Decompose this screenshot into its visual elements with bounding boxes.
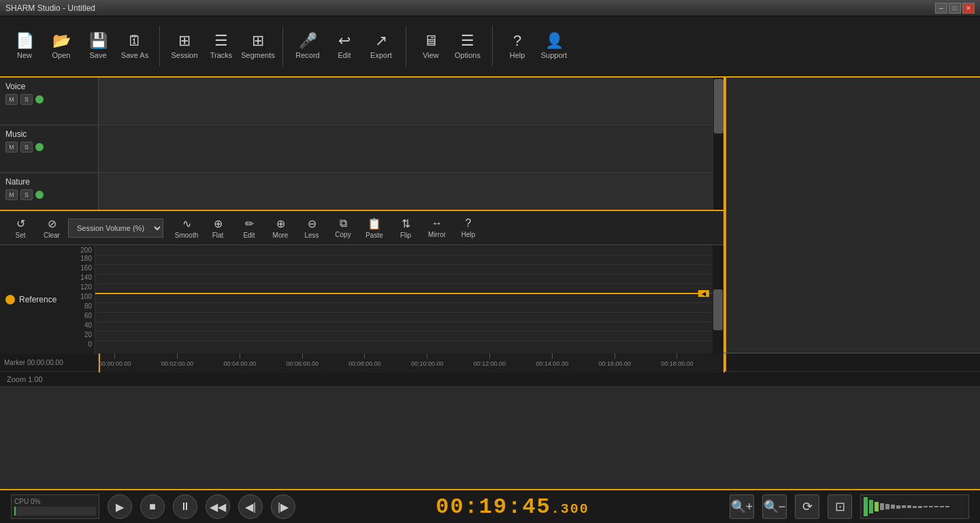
export-icon: ↗ <box>375 33 387 48</box>
smooth-label: Smooth <box>175 232 198 239</box>
session-button[interactable]: ⊞ Session <box>167 22 202 70</box>
nature-solo-button[interactable]: S <box>20 189 33 200</box>
zoom-fit-button[interactable]: ⊡ <box>828 494 852 519</box>
env-help-button[interactable]: ? Help <box>453 214 483 242</box>
zoom-in-button[interactable]: 🔍+ <box>730 494 754 519</box>
timeline-area: Marker 00:00:00.00 00:00:00.0000:02:00.0… <box>0 353 980 372</box>
voice-track-name: Voice <box>5 82 93 91</box>
zoom-reset-button[interactable]: ⟳ <box>795 494 819 519</box>
env-more-button[interactable]: ⊕ More <box>265 214 295 242</box>
voice-mute-button[interactable]: M <box>5 94 18 105</box>
help-button[interactable]: ? Help <box>500 22 535 70</box>
ruler-mark-4: 00:08:00.00 <box>348 353 381 367</box>
timeline-ruler[interactable]: 00:00:00.0000:02:00.0000:04:00.0000:06:0… <box>99 353 725 373</box>
save-button[interactable]: 💾 Save <box>80 22 116 70</box>
envelope-toolbar: ↺ Set ⊘ Clear Session Volume (%) Voice V… <box>0 211 723 245</box>
grid-line-140 <box>95 274 713 274</box>
segments-button[interactable]: ⊞ Segments <box>240 22 276 70</box>
open-button[interactable]: 📂 Open <box>44 22 79 70</box>
cpu-bar-fill <box>14 507 16 516</box>
music-solo-button[interactable]: S <box>20 142 33 153</box>
ruler-mark-2: 00:04:00.00 <box>224 353 257 367</box>
ruler-mark-5: 00:10:00.00 <box>411 353 444 367</box>
y-label-80: 80 <box>84 302 92 310</box>
new-icon: 📄 <box>16 33 34 48</box>
env-less-button[interactable]: ⊖ Less <box>297 214 327 242</box>
toolbar-sep-4 <box>492 26 493 67</box>
zoom-out-button[interactable]: 🔍− <box>762 494 787 519</box>
stop-button[interactable]: ■ <box>140 494 165 519</box>
env-mirror-button[interactable]: ↔ Mirror <box>422 214 452 242</box>
flip-icon: ⇅ <box>402 217 410 230</box>
cpu-bar-background <box>14 507 96 516</box>
paste-label: Paste <box>365 232 383 239</box>
save-label: Save <box>89 51 106 59</box>
env-flat-button[interactable]: ⊕ Flat <box>203 214 233 242</box>
tracks-scrollbar-thumb[interactable] <box>714 79 723 133</box>
ruler-mark-6: 00:12:00.00 <box>474 353 506 367</box>
env-smooth-button[interactable]: ∿ Smooth <box>172 214 201 242</box>
tracks-scrollbar[interactable] <box>713 78 723 210</box>
tracks-panel: Voice M S Music M S <box>0 78 725 353</box>
nature-mute-button[interactable]: M <box>5 189 18 200</box>
support-button[interactable]: 👤 Support <box>536 22 572 70</box>
play-button[interactable]: ▶ <box>108 494 132 519</box>
forward-button[interactable]: |▶ <box>271 494 295 519</box>
env-flip-button[interactable]: ⇅ Flip <box>391 214 421 242</box>
tracks-button[interactable]: ☰ Tracks <box>203 22 239 70</box>
pause-button[interactable]: ⏸ <box>173 494 197 519</box>
back-button[interactable]: ◀| <box>238 494 263 519</box>
music-status-dot <box>35 143 44 151</box>
envelope-canvas[interactable]: ◀ <box>95 245 713 354</box>
level-bar-13 <box>929 506 933 507</box>
rewind-button[interactable]: ◀◀ <box>206 494 230 519</box>
maximize-button[interactable]: □ <box>949 3 961 14</box>
nature-track-controls: M S <box>5 189 93 200</box>
music-mute-button[interactable]: M <box>5 142 18 153</box>
view-label: View <box>423 51 439 59</box>
grid-line-0 <box>95 340 713 341</box>
marker-label-area: Marker 00:00:00.00 <box>0 353 99 371</box>
envelope-scrollbar[interactable] <box>713 245 723 354</box>
options-label: Options <box>455 51 480 59</box>
flip-label: Flip <box>400 232 411 239</box>
ruler-mark-7: 00:14:00.00 <box>536 353 569 367</box>
env-edit-button[interactable]: ✏ Edit <box>234 214 264 242</box>
more-label: More <box>273 232 289 239</box>
y-label-140: 140 <box>80 274 92 281</box>
flat-label: Flat <box>212 232 224 239</box>
options-button[interactable]: ☰ Options <box>450 22 485 70</box>
volume-dropdown[interactable]: Session Volume (%) Voice Volume Music Vo… <box>68 219 163 238</box>
view-button[interactable]: 🖥 View <box>413 22 448 70</box>
set-icon: ↺ <box>16 217 25 230</box>
options-icon: ☰ <box>461 33 474 48</box>
export-button[interactable]: ↗ Export <box>363 22 399 70</box>
edit-button[interactable]: ↩ Edit <box>327 22 362 70</box>
envelope-handle[interactable]: ◀ <box>698 290 709 297</box>
env-paste-button[interactable]: 📋 Paste <box>359 214 389 242</box>
env-set-button[interactable]: ↺ Set <box>5 214 35 242</box>
env-clear-button[interactable]: ⊘ Clear <box>37 214 67 242</box>
title-bar: SHARM Studio - Untitled ─ □ ✕ <box>0 0 980 16</box>
record-button[interactable]: 🎤 Record <box>290 22 325 70</box>
save-as-button[interactable]: 🗓 Save As <box>117 22 152 70</box>
back-icon: ◀| <box>245 501 256 513</box>
voice-solo-button[interactable]: S <box>20 94 33 105</box>
less-icon: ⊖ <box>308 217 316 230</box>
view-group: 🖥 View ☰ Options <box>413 22 485 70</box>
track-content-area[interactable] <box>99 78 713 210</box>
envelope-scrollbar-thumb[interactable] <box>713 289 723 330</box>
new-button[interactable]: 📄 New <box>7 22 42 70</box>
timeline-right <box>725 353 980 371</box>
ruler-mark-9: 00:18:00.00 <box>661 353 693 367</box>
level-bar-9 <box>907 505 911 508</box>
y-label-200: 200 <box>80 247 92 254</box>
y-label-60: 60 <box>84 312 92 319</box>
minimize-button[interactable]: ─ <box>935 3 947 14</box>
level-bar-15 <box>940 506 944 507</box>
env-copy-button[interactable]: ⧉ Copy <box>328 214 358 242</box>
envelope-y-axis: Reference 200 180 160 140 120 100 80 60 … <box>0 245 95 354</box>
less-label: Less <box>304 232 318 239</box>
close-button[interactable]: ✕ <box>962 3 975 14</box>
music-track-name: Music <box>5 129 93 139</box>
